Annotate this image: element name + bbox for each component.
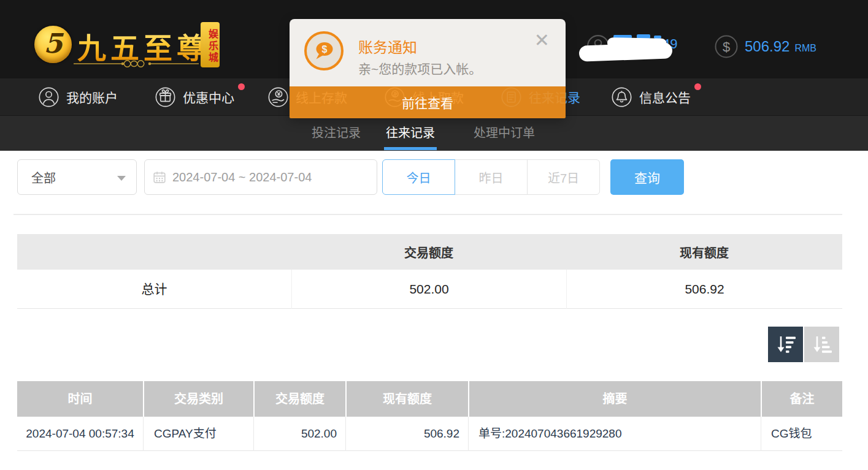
summary-current-balance: 506.92 <box>566 270 842 309</box>
quick-range-today-button[interactable]: 今日 <box>382 159 455 195</box>
sort-ascending-button[interactable] <box>804 327 839 362</box>
redaction-blob <box>607 37 667 50</box>
notification-view-button[interactable]: 前往查看 <box>290 86 566 118</box>
summary-total-row: 总计 502.00 506.92 <box>17 270 842 309</box>
summary-table-header: 交易额度 现有额度 <box>17 234 842 270</box>
date-range-value: 2024-07-04 ~ 2024-07-04 <box>172 170 312 184</box>
summary-transaction-amount: 502.00 <box>291 270 566 309</box>
summary-col-current-balance: 现有额度 <box>566 243 842 261</box>
col-transaction-amount: 交易额度 <box>253 381 345 417</box>
sort-descending-button[interactable] <box>768 327 803 362</box>
username-redacted: 49 <box>611 34 691 61</box>
search-button[interactable]: 查询 <box>610 159 684 195</box>
quick-range-group: 今日 昨日 近7日 <box>382 159 600 195</box>
bell-icon <box>611 86 632 108</box>
records-table-header: 时间 交易类别 交易额度 现有额度 摘要 备注 <box>17 381 842 417</box>
balance-display: $ 506.92 RMB <box>714 34 816 59</box>
svg-text:$: $ <box>322 44 328 55</box>
quick-range-7days-button[interactable]: 近7日 <box>527 159 600 195</box>
record-tabs: 投注记录 往来记录 处理中订单 <box>0 115 868 151</box>
col-summary: 摘要 <box>468 381 761 417</box>
nav-item-announcements[interactable]: 信息公告 <box>611 78 691 115</box>
calendar-icon <box>153 170 166 184</box>
summary-table: 交易额度 现有额度 总计 502.00 506.92 <box>17 234 842 309</box>
col-transaction-type: 交易类别 <box>143 381 253 417</box>
deposit-icon <box>267 86 289 108</box>
balance-amount: 506.92 <box>745 38 789 55</box>
nav-label: 信息公告 <box>639 88 691 106</box>
notification-badge: $ <box>304 31 344 70</box>
dollar-coin-icon: $ <box>714 34 739 59</box>
svg-text:$: $ <box>723 39 730 55</box>
nav-item-promotions[interactable]: 优惠中心 <box>155 78 234 115</box>
brand-flourish-ornament <box>71 58 201 70</box>
cell-remark: CG钱包 <box>761 417 842 451</box>
brand-logo-icon[interactable]: 5 <box>34 26 72 63</box>
brand-badge: 娱乐城 <box>201 22 220 67</box>
cell-time: 2024-07-04 00:57:34 <box>17 417 143 451</box>
nav-item-my-account[interactable]: 我的账户 <box>38 78 118 115</box>
summary-col-transaction-amount: 交易额度 <box>291 243 566 261</box>
section-divider <box>13 214 842 215</box>
notification-dialog: $ 账务通知 亲~您的款项已入帐。 ✕ 前往查看 <box>290 19 566 118</box>
cell-transaction-amount: 502.00 <box>253 417 345 451</box>
tab-pending-orders[interactable]: 处理中订单 <box>474 116 535 151</box>
notification-body: $ 账务通知 亲~您的款项已入帐。 ✕ <box>290 19 566 86</box>
date-range-input[interactable]: 2024-07-04 ~ 2024-07-04 <box>144 159 377 195</box>
user-icon <box>38 86 60 108</box>
gift-icon <box>155 86 176 108</box>
summary-total-label: 总计 <box>17 270 291 309</box>
close-icon[interactable]: ✕ <box>534 31 550 50</box>
cell-summary: 单号:202407043661929280 <box>468 417 761 451</box>
tab-betting-records[interactable]: 投注记录 <box>312 116 361 151</box>
app-window: 5 九五至尊 娱乐城 49 <box>0 0 868 470</box>
sort-ascending-icon <box>810 334 834 355</box>
records-table: 时间 交易类别 交易额度 现有额度 摘要 备注 2024-07-04 00:57… <box>17 381 842 451</box>
content-area: 全部 2024-07-04 ~ 2024-07-04 今日 昨日 近7日 <box>0 151 868 470</box>
nav-label: 优惠中心 <box>183 88 234 106</box>
logo-monogram: 5 <box>44 30 63 57</box>
type-select-value: 全部 <box>31 169 56 186</box>
col-current-balance: 现有额度 <box>345 381 468 417</box>
sort-descending-icon <box>774 334 798 355</box>
balance-currency: RMB <box>794 43 816 54</box>
nav-label: 我的账户 <box>66 88 118 106</box>
notification-message: 亲~您的款项已入帐。 <box>358 59 482 77</box>
col-time: 时间 <box>17 381 143 417</box>
quick-range-yesterday-button[interactable]: 昨日 <box>455 159 528 195</box>
notification-title: 账务通知 <box>358 36 417 57</box>
cell-current-balance: 506.92 <box>345 417 468 451</box>
money-message-icon: $ <box>312 40 336 62</box>
notification-dot <box>238 83 245 90</box>
chevron-down-icon <box>117 176 126 181</box>
tab-transaction-records[interactable]: 往来记录 <box>386 116 435 151</box>
col-remark: 备注 <box>761 381 842 417</box>
cell-transaction-type: CGPAY支付 <box>143 417 253 451</box>
type-select[interactable]: 全部 <box>17 159 137 195</box>
notification-dot <box>694 83 701 90</box>
table-row: 2024-07-04 00:57:34 CGPAY支付 502.00 506.9… <box>17 417 842 451</box>
